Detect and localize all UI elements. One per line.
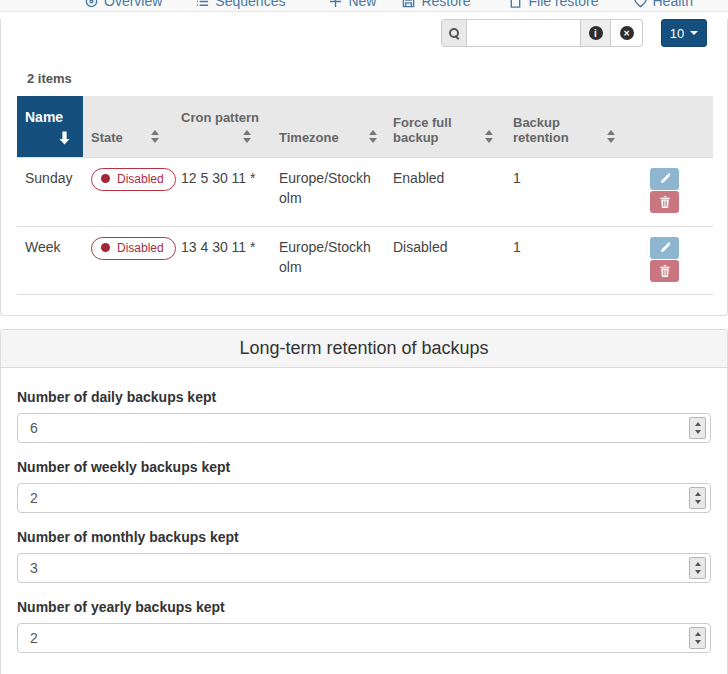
form-group-monthly: Number of monthly backups kept xyxy=(17,529,711,583)
search-clear-button[interactable]: ✕ xyxy=(611,19,643,47)
search-group: i ✕ xyxy=(441,19,643,47)
backup-jobs-panel: i ✕ 10 2 items Name xyxy=(0,19,728,316)
daily-backups-input[interactable] xyxy=(17,413,711,443)
search-input[interactable] xyxy=(467,19,581,47)
page-size-dropdown[interactable]: 10 xyxy=(661,19,707,47)
cell-cron-pattern: 13 4 30 11 * xyxy=(173,226,271,294)
nav-item-overview[interactable]: Overview xyxy=(85,0,162,9)
search-button[interactable] xyxy=(441,19,467,47)
plus-icon xyxy=(329,0,342,8)
pencil-icon xyxy=(659,173,671,185)
health-icon xyxy=(634,0,647,8)
caret-down-icon xyxy=(690,31,698,35)
yearly-backups-input[interactable] xyxy=(17,623,711,653)
form-group-yearly: Number of yearly backups kept xyxy=(17,599,711,653)
table-header-row: Name State Cron pattern Timezone xyxy=(17,96,713,157)
trash-icon xyxy=(659,265,671,277)
nav-item-file-restore[interactable]: File restore xyxy=(509,0,598,9)
cell-backup-retention: 1 xyxy=(505,226,633,294)
search-info-button[interactable]: i xyxy=(581,19,611,47)
column-header-timezone[interactable]: Timezone xyxy=(271,96,385,157)
weekly-backups-input[interactable] xyxy=(17,483,711,513)
edit-button[interactable] xyxy=(650,237,679,259)
table-toolbar: i ✕ 10 xyxy=(1,19,707,47)
delete-button[interactable] xyxy=(650,191,679,213)
nav-item-label: New xyxy=(348,0,376,9)
sort-desc-icon xyxy=(59,131,70,148)
number-stepper-icon[interactable] xyxy=(689,627,706,649)
status-badge: Disabled xyxy=(91,237,176,260)
nav-item-label: Restore xyxy=(421,0,470,9)
backup-jobs-table: Name State Cron pattern Timezone xyxy=(17,96,713,295)
nav-item-restore[interactable]: Restore xyxy=(402,0,470,9)
cell-name: Sunday xyxy=(17,157,83,226)
edit-button[interactable] xyxy=(650,168,679,190)
monthly-backups-input[interactable] xyxy=(17,553,711,583)
column-header-cron-pattern[interactable]: Cron pattern xyxy=(173,96,271,157)
sort-both-icon xyxy=(369,130,377,143)
nav-item-health[interactable]: Health xyxy=(634,0,693,9)
retention-panel-title: Long-term retention of backups xyxy=(1,330,727,368)
retention-form: Number of daily backups kept Number of w… xyxy=(1,368,727,674)
sort-both-icon xyxy=(607,130,615,143)
info-icon: i xyxy=(589,26,603,40)
sort-both-icon xyxy=(151,130,159,143)
page-size-value: 10 xyxy=(670,26,684,41)
column-header-name[interactable]: Name xyxy=(17,96,83,157)
nav-item-label: Health xyxy=(653,0,693,9)
cell-timezone: Europe/Stockholm xyxy=(271,157,385,226)
search-icon xyxy=(449,28,459,38)
status-dot-icon xyxy=(101,174,110,183)
nav-item-label: File restore xyxy=(528,0,598,9)
restore-icon xyxy=(402,0,415,8)
cell-force-full-backup: Disabled xyxy=(385,226,505,294)
pencil-icon xyxy=(659,242,671,254)
sort-both-icon xyxy=(485,130,493,143)
column-header-force-full-backup[interactable]: Force full backup xyxy=(385,96,505,157)
nav-item-label: Overview xyxy=(104,0,162,9)
column-header-backup-retention[interactable]: Backup retention xyxy=(505,96,633,157)
column-header-actions xyxy=(633,96,713,157)
number-stepper-icon[interactable] xyxy=(689,487,706,509)
table-row: Sunday Disabled 12 5 30 11 * Europe/Stoc… xyxy=(17,157,713,226)
overview-icon xyxy=(85,0,98,8)
column-header-state[interactable]: State xyxy=(83,96,173,157)
nav-item-sequences[interactable]: Sequences xyxy=(196,0,285,9)
top-navbar: Overview Sequences New Restore File rest… xyxy=(0,0,728,12)
delete-button[interactable] xyxy=(650,260,679,282)
monthly-backups-label: Number of monthly backups kept xyxy=(17,529,711,546)
retention-panel: Long-term retention of backups Number of… xyxy=(0,329,728,674)
cell-timezone: Europe/Stockholm xyxy=(271,226,385,294)
status-dot-icon xyxy=(101,243,110,252)
nav-item-new[interactable]: New xyxy=(329,0,376,9)
yearly-backups-label: Number of yearly backups kept xyxy=(17,599,711,616)
sort-both-icon xyxy=(243,130,251,143)
cell-force-full-backup: Enabled xyxy=(385,157,505,226)
trash-icon xyxy=(659,196,671,208)
cell-cron-pattern: 12 5 30 11 * xyxy=(173,157,271,226)
number-stepper-icon[interactable] xyxy=(689,557,706,579)
status-badge: Disabled xyxy=(91,168,176,191)
sequences-icon xyxy=(196,0,209,8)
weekly-backups-label: Number of weekly backups kept xyxy=(17,459,711,476)
form-group-weekly: Number of weekly backups kept xyxy=(17,459,711,513)
nav-item-label: Sequences xyxy=(215,0,285,9)
daily-backups-label: Number of daily backups kept xyxy=(17,389,711,406)
table-row: Week Disabled 13 4 30 11 * Europe/Stockh… xyxy=(17,226,713,294)
number-stepper-icon[interactable] xyxy=(689,417,706,439)
items-count: 2 items xyxy=(27,71,727,87)
clear-icon: ✕ xyxy=(620,26,634,40)
navbar-items: Overview Sequences New Restore File rest… xyxy=(85,0,693,12)
cell-backup-retention: 1 xyxy=(505,157,633,226)
form-group-daily: Number of daily backups kept xyxy=(17,389,711,443)
cell-name: Week xyxy=(17,226,83,294)
file-restore-icon xyxy=(509,0,522,8)
